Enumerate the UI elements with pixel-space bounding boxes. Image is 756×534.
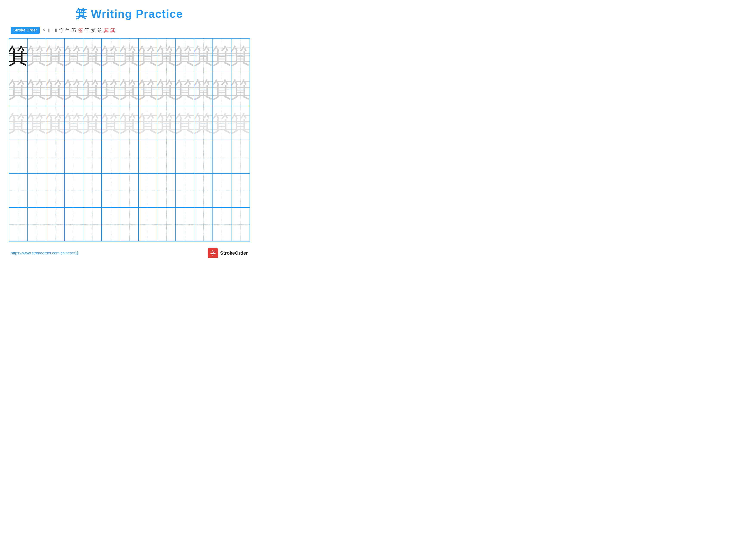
grid-cell-5-1[interactable]: [9, 174, 28, 207]
practice-grid: 箕 箕 箕 箕 箕 箕 箕 箕 箕 箕 箕 箕: [9, 38, 250, 242]
grid-cell-3-13[interactable]: 箕: [231, 106, 250, 140]
grid-cell-6-12[interactable]: [213, 208, 231, 241]
grid-cell-1-10[interactable]: 箕: [176, 38, 194, 72]
grid-cell-5-5[interactable]: [83, 174, 102, 207]
grid-cell-3-1[interactable]: 箕: [9, 106, 28, 140]
grid-cell-4-1[interactable]: [9, 140, 28, 173]
grid-cell-2-9[interactable]: 箕: [157, 72, 176, 106]
grid-cell-4-7[interactable]: [120, 140, 139, 173]
grid-cell-1-11[interactable]: 箕: [194, 38, 213, 72]
grid-cell-5-13[interactable]: [231, 174, 250, 207]
grid-cell-1-5[interactable]: 箕: [83, 38, 102, 72]
grid-cell-6-13[interactable]: [231, 208, 250, 241]
grid-cell-2-6[interactable]: 箕: [102, 72, 120, 106]
grid-cell-5-11[interactable]: [194, 174, 213, 207]
grid-cell-4-8[interactable]: [139, 140, 157, 173]
grid-cell-5-3[interactable]: [46, 174, 65, 207]
grid-row-4: [9, 140, 250, 174]
page-title: 箕 Writing Practice: [9, 7, 250, 21]
grid-cell-6-10[interactable]: [176, 208, 194, 241]
grid-cell-2-7[interactable]: 箕: [120, 72, 139, 106]
grid-cell-1-13[interactable]: 箕: [231, 38, 250, 72]
stroke-step-4: 𠄎: [55, 28, 57, 33]
stroke-sequence: 丶 𠃌 𠄌 𠄎 竹 竺 竻 竾 笇 笈 笊 箕 箕: [42, 27, 115, 34]
grid-cell-3-5[interactable]: 箕: [83, 106, 102, 140]
grid-cell-3-3[interactable]: 箕: [46, 106, 65, 140]
grid-cell-2-8[interactable]: 箕: [139, 72, 157, 106]
grid-cell-1-12[interactable]: 箕: [213, 38, 231, 72]
stroke-step-6: 竺: [65, 27, 70, 34]
grid-cell-2-1[interactable]: 箕: [9, 72, 28, 106]
grid-cell-3-9[interactable]: 箕: [157, 106, 176, 140]
grid-cell-1-4[interactable]: 箕: [65, 38, 83, 72]
grid-cell-1-1[interactable]: 箕: [9, 38, 28, 72]
grid-cell-5-10[interactable]: [176, 174, 194, 207]
stroke-step-9: 笇: [85, 27, 89, 34]
grid-cell-1-3[interactable]: 箕: [46, 38, 65, 72]
grid-cell-2-12[interactable]: 箕: [213, 72, 231, 106]
grid-cell-5-4[interactable]: [65, 174, 83, 207]
grid-cell-4-6[interactable]: [102, 140, 120, 173]
grid-cell-3-10[interactable]: 箕: [176, 106, 194, 140]
footer-brand: 字 StrokeOrder: [208, 248, 248, 258]
grid-cell-4-4[interactable]: [65, 140, 83, 173]
grid-cell-3-2[interactable]: 箕: [28, 106, 46, 140]
char-light: 箕: [28, 45, 46, 66]
stroke-step-8: 竾: [78, 27, 83, 34]
grid-cell-5-7[interactable]: [120, 174, 139, 207]
grid-cell-1-8[interactable]: 箕: [139, 38, 157, 72]
grid-cell-2-2[interactable]: 箕: [28, 72, 46, 106]
grid-cell-2-5[interactable]: 箕: [83, 72, 102, 106]
grid-cell-3-8[interactable]: 箕: [139, 106, 157, 140]
grid-cell-6-6[interactable]: [102, 208, 120, 241]
stroke-order-badge: Stroke Order: [11, 27, 40, 34]
grid-cell-3-11[interactable]: 箕: [194, 106, 213, 140]
brand-icon: 字: [208, 248, 218, 258]
grid-cell-6-3[interactable]: [46, 208, 65, 241]
footer-url[interactable]: https://www.strokeorder.com/chinese/箕: [11, 250, 79, 256]
grid-cell-2-10[interactable]: 箕: [176, 72, 194, 106]
grid-cell-4-13[interactable]: [231, 140, 250, 173]
title-char: 箕: [76, 8, 87, 20]
grid-cell-2-4[interactable]: 箕: [65, 72, 83, 106]
grid-row-1: 箕 箕 箕 箕 箕 箕 箕 箕 箕 箕 箕 箕: [9, 38, 250, 72]
grid-cell-4-2[interactable]: [28, 140, 46, 173]
grid-cell-6-11[interactable]: [194, 208, 213, 241]
footer: https://www.strokeorder.com/chinese/箕 字 …: [9, 248, 250, 258]
grid-cell-1-2[interactable]: 箕: [28, 38, 46, 72]
grid-cell-6-9[interactable]: [157, 208, 176, 241]
grid-cell-6-2[interactable]: [28, 208, 46, 241]
grid-cell-4-9[interactable]: [157, 140, 176, 173]
grid-cell-1-9[interactable]: 箕: [157, 38, 176, 72]
grid-cell-6-8[interactable]: [139, 208, 157, 241]
grid-cell-6-7[interactable]: [120, 208, 139, 241]
grid-cell-3-4[interactable]: 箕: [65, 106, 83, 140]
stroke-order-row: Stroke Order 丶 𠃌 𠄌 𠄎 竹 竺 竻 竾 笇 笈 笊 箕 箕: [9, 27, 250, 34]
grid-cell-5-9[interactable]: [157, 174, 176, 207]
grid-cell-3-12[interactable]: 箕: [213, 106, 231, 140]
grid-cell-2-11[interactable]: 箕: [194, 72, 213, 106]
grid-cell-1-6[interactable]: 箕: [102, 38, 120, 72]
stroke-step-13: 箕: [110, 27, 115, 34]
grid-cell-1-7[interactable]: 箕: [120, 38, 139, 72]
grid-cell-5-8[interactable]: [139, 174, 157, 207]
grid-cell-6-4[interactable]: [65, 208, 83, 241]
grid-cell-6-5[interactable]: [83, 208, 102, 241]
grid-cell-4-10[interactable]: [176, 140, 194, 173]
grid-cell-2-3[interactable]: 箕: [46, 72, 65, 106]
title-text: Writing Practice: [87, 8, 183, 20]
grid-cell-5-12[interactable]: [213, 174, 231, 207]
grid-cell-6-1[interactable]: [9, 208, 28, 241]
grid-cell-4-12[interactable]: [213, 140, 231, 173]
grid-cell-2-13[interactable]: 箕: [231, 72, 250, 106]
grid-cell-4-3[interactable]: [46, 140, 65, 173]
grid-row-5: [9, 174, 250, 208]
grid-cell-4-11[interactable]: [194, 140, 213, 173]
grid-cell-5-6[interactable]: [102, 174, 120, 207]
grid-cell-4-5[interactable]: [83, 140, 102, 173]
grid-cell-3-7[interactable]: 箕: [120, 106, 139, 140]
stroke-step-2: 𠃌: [48, 28, 50, 33]
grid-cell-5-2[interactable]: [28, 174, 46, 207]
grid-row-2: 箕 箕 箕 箕 箕 箕 箕 箕 箕 箕 箕 箕: [9, 72, 250, 106]
grid-cell-3-6[interactable]: 箕: [102, 106, 120, 140]
